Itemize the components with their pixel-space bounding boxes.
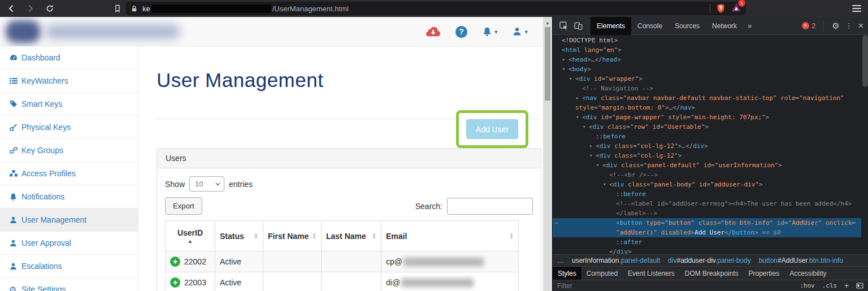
- brave-rewards-icon[interactable]: 1: [731, 3, 741, 15]
- page-size-select[interactable]: 10: [189, 176, 224, 192]
- error-icon: ×: [802, 22, 809, 29]
- add-user-button[interactable]: Add User: [466, 119, 518, 139]
- breadcrumb-item[interactable]: button#AddUser.btn.btn-info: [759, 257, 843, 264]
- settings-gear-icon[interactable]: ⚙: [832, 21, 839, 30]
- sidebar-item-escalations[interactable]: Escalations: [0, 255, 138, 278]
- notifications-dropdown[interactable]: ▾: [482, 27, 498, 37]
- column-header-first-name[interactable]: First Name▲▼: [263, 221, 322, 251]
- status-value: Active: [220, 278, 241, 287]
- sidebar-item-label: Key Groups: [21, 146, 63, 155]
- menu-icon[interactable]: [852, 5, 861, 12]
- sidebar-item-label: Site Settings: [21, 285, 66, 291]
- site-navbar: ? ▾ ▾: [0, 17, 544, 46]
- toggle-hover-state[interactable]: :hov: [800, 282, 815, 289]
- cloud-download-icon[interactable]: [426, 27, 441, 37]
- expand-row-icon[interactable]: +: [170, 277, 180, 288]
- sidebar-item-user-management[interactable]: User Management: [0, 209, 138, 232]
- more-tabs-icon[interactable]: »: [743, 21, 756, 30]
- sidebar-item-smart-keys[interactable]: Smart Keys: [0, 93, 138, 116]
- toggle-classes[interactable]: .cls: [822, 282, 837, 289]
- url-divider: [710, 4, 710, 13]
- email-prefix: di@: [386, 278, 400, 287]
- site-brand-redacted: [45, 25, 180, 38]
- browser-toolbar: ke /UserManagement.html 1: [0, 0, 868, 17]
- devtools-toolbar: Elements Console Sources Network » × 2 ⚙…: [553, 17, 868, 35]
- address-bar[interactable]: ke /UserManagement.html 1: [125, 2, 746, 15]
- scroll-up-icon[interactable]: ▲: [543, 17, 552, 25]
- cubes-icon: [9, 169, 21, 178]
- sidebar-item-access-profiles[interactable]: Access Profiles: [0, 162, 138, 185]
- tab-elements[interactable]: Elements: [591, 17, 631, 35]
- inspect-element-icon[interactable]: [556, 19, 571, 33]
- key-icon: [9, 123, 21, 132]
- column-header-status[interactable]: Status▲▼: [215, 221, 263, 251]
- tab-accessibility[interactable]: Accessibility: [784, 267, 831, 280]
- sidebar-item-dashboard[interactable]: Dashboard: [0, 46, 138, 70]
- sort-asc-icon: ▲: [188, 238, 193, 244]
- sidebar-item-key-groups[interactable]: Key Groups: [0, 139, 138, 162]
- sidebar-item-site-settings[interactable]: ⚙ Site Settings: [0, 278, 138, 291]
- sidebar-item-label: Dashboard: [21, 53, 60, 62]
- user-dropdown[interactable]: ▾: [512, 27, 528, 37]
- scrollbar-thumb[interactable]: [545, 27, 550, 101]
- dock-panel-icon[interactable]: [856, 283, 863, 289]
- brave-shield-icon[interactable]: [716, 3, 726, 14]
- chevron-down-icon: ▾: [494, 28, 498, 36]
- dom-tree[interactable]: <!DOCTYPE html><html lang="en">▸<head>…<…: [553, 35, 868, 254]
- user-icon: [9, 216, 21, 224]
- help-icon[interactable]: ?: [455, 26, 467, 38]
- kebab-menu-icon[interactable]: ⋮: [845, 22, 853, 29]
- back-button[interactable]: [3, 1, 19, 16]
- filter-input[interactable]: Filter: [557, 282, 572, 290]
- sidebar-item-physical-keys[interactable]: Physical Keys: [0, 116, 138, 139]
- styles-tab-bar: Styles Computed Event Listeners DOM Brea…: [553, 266, 868, 280]
- user-icon: [9, 262, 21, 271]
- page-title: User Management: [157, 69, 544, 92]
- tab-dom-breakpoints[interactable]: DOM Breakpoints: [680, 267, 744, 280]
- column-header-userid[interactable]: UserID▲: [166, 221, 215, 251]
- sidebar-item-notifications[interactable]: Notifications: [0, 185, 138, 209]
- tab-computed[interactable]: Computed: [581, 267, 623, 280]
- close-icon[interactable]: ×: [858, 21, 863, 31]
- search-input[interactable]: [447, 198, 533, 215]
- tab-styles[interactable]: Styles: [553, 267, 581, 280]
- url-redaction: [151, 5, 271, 13]
- tab-event-listeners[interactable]: Event Listeners: [623, 267, 680, 280]
- dashboard-icon: [9, 53, 21, 62]
- new-style-rule-button[interactable]: +: [844, 281, 849, 290]
- sidebar-item-label: Notifications: [21, 192, 64, 201]
- sidebar-item-label: KeyWatchers: [21, 76, 68, 85]
- devtools-scrollbar-thumb[interactable]: [862, 35, 868, 87]
- breadcrumb-item[interactable]: userInformation.panel-default: [572, 257, 660, 264]
- error-badge[interactable]: × 2: [802, 22, 816, 30]
- column-header-last-name[interactable]: Last Name▲▼: [322, 221, 381, 251]
- tab-console[interactable]: Console: [631, 17, 669, 35]
- breadcrumb-overflow[interactable]: …: [557, 257, 564, 264]
- device-toolbar-icon[interactable]: [571, 19, 585, 33]
- users-table: UserID▲ Status▲▼ First Name▲▼ Last Name▲…: [165, 220, 519, 291]
- sidebar-item-label: Physical Keys: [21, 123, 71, 132]
- gear-icon: ⚙: [9, 285, 21, 291]
- sidebar-item-user-approval[interactable]: User Approval: [0, 232, 138, 255]
- user-id: 22003: [184, 278, 206, 287]
- email-redacted: [403, 258, 484, 266]
- reload-button[interactable]: [42, 1, 58, 16]
- table-row: +22003 Active di@: [166, 272, 519, 291]
- expand-row-icon[interactable]: +: [170, 257, 180, 267]
- lock-icon: [130, 5, 138, 13]
- bell-icon: [9, 193, 21, 201]
- column-header-email[interactable]: Email▲▼: [381, 221, 519, 251]
- sort-icon: ▲▼: [312, 233, 316, 240]
- breadcrumb-item[interactable]: div#adduser-div.panel-body: [668, 257, 751, 264]
- bookmark-icon[interactable]: [110, 1, 125, 16]
- sidebar-nav: Dashboard KeyWatchers Smart Keys Physica…: [0, 46, 138, 291]
- forward-button[interactable]: [23, 1, 38, 16]
- sidebar-item-keywatchers[interactable]: KeyWatchers: [0, 70, 138, 93]
- export-button[interactable]: Export: [165, 197, 202, 215]
- sidebar-item-label: Escalations: [21, 262, 62, 271]
- tab-network[interactable]: Network: [706, 17, 743, 35]
- page-scrollbar[interactable]: ▲: [543, 17, 552, 291]
- tab-sources[interactable]: Sources: [669, 17, 706, 35]
- tab-properties[interactable]: Properties: [743, 267, 784, 280]
- site-logo-redacted: [6, 20, 41, 43]
